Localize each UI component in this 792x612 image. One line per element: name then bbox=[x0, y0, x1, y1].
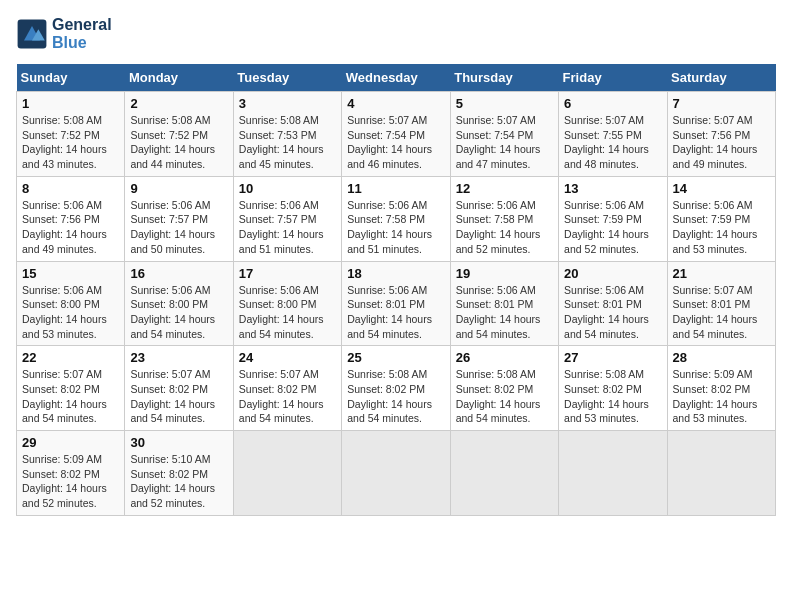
logo-icon bbox=[16, 18, 48, 50]
calendar-week-3: 15Sunrise: 5:06 AMSunset: 8:00 PMDayligh… bbox=[17, 261, 776, 346]
calendar-cell bbox=[342, 431, 450, 516]
day-detail: Sunrise: 5:07 AMSunset: 7:54 PMDaylight:… bbox=[347, 113, 444, 172]
day-number: 26 bbox=[456, 350, 553, 365]
calendar-cell: 29Sunrise: 5:09 AMSunset: 8:02 PMDayligh… bbox=[17, 431, 125, 516]
calendar-cell: 19Sunrise: 5:06 AMSunset: 8:01 PMDayligh… bbox=[450, 261, 558, 346]
page-header: General Blue bbox=[16, 16, 776, 52]
weekday-header-sunday: Sunday bbox=[17, 64, 125, 92]
calendar-cell: 11Sunrise: 5:06 AMSunset: 7:58 PMDayligh… bbox=[342, 176, 450, 261]
day-detail: Sunrise: 5:08 AMSunset: 8:02 PMDaylight:… bbox=[456, 367, 553, 426]
day-number: 30 bbox=[130, 435, 227, 450]
day-detail: Sunrise: 5:06 AMSunset: 8:01 PMDaylight:… bbox=[456, 283, 553, 342]
day-number: 24 bbox=[239, 350, 336, 365]
day-number: 23 bbox=[130, 350, 227, 365]
calendar-cell: 1Sunrise: 5:08 AMSunset: 7:52 PMDaylight… bbox=[17, 92, 125, 177]
day-detail: Sunrise: 5:06 AMSunset: 7:58 PMDaylight:… bbox=[347, 198, 444, 257]
calendar-cell: 24Sunrise: 5:07 AMSunset: 8:02 PMDayligh… bbox=[233, 346, 341, 431]
day-detail: Sunrise: 5:06 AMSunset: 8:01 PMDaylight:… bbox=[564, 283, 661, 342]
day-detail: Sunrise: 5:06 AMSunset: 8:01 PMDaylight:… bbox=[347, 283, 444, 342]
day-number: 5 bbox=[456, 96, 553, 111]
day-number: 7 bbox=[673, 96, 770, 111]
weekday-header-monday: Monday bbox=[125, 64, 233, 92]
day-detail: Sunrise: 5:08 AMSunset: 7:52 PMDaylight:… bbox=[130, 113, 227, 172]
day-number: 8 bbox=[22, 181, 119, 196]
calendar-cell: 27Sunrise: 5:08 AMSunset: 8:02 PMDayligh… bbox=[559, 346, 667, 431]
calendar-body: 1Sunrise: 5:08 AMSunset: 7:52 PMDaylight… bbox=[17, 92, 776, 516]
day-number: 12 bbox=[456, 181, 553, 196]
day-number: 18 bbox=[347, 266, 444, 281]
calendar-cell: 4Sunrise: 5:07 AMSunset: 7:54 PMDaylight… bbox=[342, 92, 450, 177]
calendar-cell bbox=[559, 431, 667, 516]
logo-name: General Blue bbox=[52, 16, 112, 52]
day-number: 17 bbox=[239, 266, 336, 281]
calendar-cell: 14Sunrise: 5:06 AMSunset: 7:59 PMDayligh… bbox=[667, 176, 775, 261]
day-number: 28 bbox=[673, 350, 770, 365]
day-detail: Sunrise: 5:08 AMSunset: 8:02 PMDaylight:… bbox=[564, 367, 661, 426]
calendar-cell: 17Sunrise: 5:06 AMSunset: 8:00 PMDayligh… bbox=[233, 261, 341, 346]
calendar-cell: 5Sunrise: 5:07 AMSunset: 7:54 PMDaylight… bbox=[450, 92, 558, 177]
calendar-cell: 10Sunrise: 5:06 AMSunset: 7:57 PMDayligh… bbox=[233, 176, 341, 261]
calendar-cell: 9Sunrise: 5:06 AMSunset: 7:57 PMDaylight… bbox=[125, 176, 233, 261]
calendar-cell: 3Sunrise: 5:08 AMSunset: 7:53 PMDaylight… bbox=[233, 92, 341, 177]
day-detail: Sunrise: 5:09 AMSunset: 8:02 PMDaylight:… bbox=[22, 452, 119, 511]
day-number: 25 bbox=[347, 350, 444, 365]
day-detail: Sunrise: 5:09 AMSunset: 8:02 PMDaylight:… bbox=[673, 367, 770, 426]
weekday-header-wednesday: Wednesday bbox=[342, 64, 450, 92]
day-detail: Sunrise: 5:06 AMSunset: 7:59 PMDaylight:… bbox=[564, 198, 661, 257]
day-number: 16 bbox=[130, 266, 227, 281]
weekday-header-friday: Friday bbox=[559, 64, 667, 92]
day-detail: Sunrise: 5:07 AMSunset: 8:02 PMDaylight:… bbox=[22, 367, 119, 426]
day-detail: Sunrise: 5:06 AMSunset: 8:00 PMDaylight:… bbox=[22, 283, 119, 342]
day-number: 10 bbox=[239, 181, 336, 196]
calendar-cell: 21Sunrise: 5:07 AMSunset: 8:01 PMDayligh… bbox=[667, 261, 775, 346]
day-number: 22 bbox=[22, 350, 119, 365]
day-number: 20 bbox=[564, 266, 661, 281]
day-number: 11 bbox=[347, 181, 444, 196]
day-detail: Sunrise: 5:07 AMSunset: 8:02 PMDaylight:… bbox=[239, 367, 336, 426]
calendar-cell: 12Sunrise: 5:06 AMSunset: 7:58 PMDayligh… bbox=[450, 176, 558, 261]
day-number: 1 bbox=[22, 96, 119, 111]
calendar-header: SundayMondayTuesdayWednesdayThursdayFrid… bbox=[17, 64, 776, 92]
calendar-cell bbox=[667, 431, 775, 516]
day-detail: Sunrise: 5:08 AMSunset: 7:53 PMDaylight:… bbox=[239, 113, 336, 172]
day-number: 3 bbox=[239, 96, 336, 111]
weekday-header-saturday: Saturday bbox=[667, 64, 775, 92]
calendar-cell: 13Sunrise: 5:06 AMSunset: 7:59 PMDayligh… bbox=[559, 176, 667, 261]
calendar-cell: 26Sunrise: 5:08 AMSunset: 8:02 PMDayligh… bbox=[450, 346, 558, 431]
calendar-cell: 7Sunrise: 5:07 AMSunset: 7:56 PMDaylight… bbox=[667, 92, 775, 177]
day-detail: Sunrise: 5:07 AMSunset: 7:54 PMDaylight:… bbox=[456, 113, 553, 172]
day-detail: Sunrise: 5:06 AMSunset: 8:00 PMDaylight:… bbox=[130, 283, 227, 342]
day-number: 27 bbox=[564, 350, 661, 365]
calendar-week-5: 29Sunrise: 5:09 AMSunset: 8:02 PMDayligh… bbox=[17, 431, 776, 516]
day-number: 2 bbox=[130, 96, 227, 111]
day-number: 4 bbox=[347, 96, 444, 111]
day-detail: Sunrise: 5:08 AMSunset: 8:02 PMDaylight:… bbox=[347, 367, 444, 426]
day-detail: Sunrise: 5:06 AMSunset: 8:00 PMDaylight:… bbox=[239, 283, 336, 342]
calendar-cell: 15Sunrise: 5:06 AMSunset: 8:00 PMDayligh… bbox=[17, 261, 125, 346]
day-detail: Sunrise: 5:06 AMSunset: 7:57 PMDaylight:… bbox=[130, 198, 227, 257]
weekday-header-row: SundayMondayTuesdayWednesdayThursdayFrid… bbox=[17, 64, 776, 92]
calendar-cell: 20Sunrise: 5:06 AMSunset: 8:01 PMDayligh… bbox=[559, 261, 667, 346]
day-detail: Sunrise: 5:06 AMSunset: 7:56 PMDaylight:… bbox=[22, 198, 119, 257]
day-detail: Sunrise: 5:06 AMSunset: 7:58 PMDaylight:… bbox=[456, 198, 553, 257]
calendar-cell: 8Sunrise: 5:06 AMSunset: 7:56 PMDaylight… bbox=[17, 176, 125, 261]
day-number: 29 bbox=[22, 435, 119, 450]
calendar-table: SundayMondayTuesdayWednesdayThursdayFrid… bbox=[16, 64, 776, 516]
calendar-week-2: 8Sunrise: 5:06 AMSunset: 7:56 PMDaylight… bbox=[17, 176, 776, 261]
day-detail: Sunrise: 5:06 AMSunset: 7:57 PMDaylight:… bbox=[239, 198, 336, 257]
calendar-cell: 30Sunrise: 5:10 AMSunset: 8:02 PMDayligh… bbox=[125, 431, 233, 516]
calendar-cell: 2Sunrise: 5:08 AMSunset: 7:52 PMDaylight… bbox=[125, 92, 233, 177]
day-detail: Sunrise: 5:07 AMSunset: 8:02 PMDaylight:… bbox=[130, 367, 227, 426]
logo: General Blue bbox=[16, 16, 112, 52]
day-number: 15 bbox=[22, 266, 119, 281]
weekday-header-thursday: Thursday bbox=[450, 64, 558, 92]
day-detail: Sunrise: 5:07 AMSunset: 8:01 PMDaylight:… bbox=[673, 283, 770, 342]
day-detail: Sunrise: 5:06 AMSunset: 7:59 PMDaylight:… bbox=[673, 198, 770, 257]
calendar-week-4: 22Sunrise: 5:07 AMSunset: 8:02 PMDayligh… bbox=[17, 346, 776, 431]
calendar-cell: 22Sunrise: 5:07 AMSunset: 8:02 PMDayligh… bbox=[17, 346, 125, 431]
calendar-cell: 16Sunrise: 5:06 AMSunset: 8:00 PMDayligh… bbox=[125, 261, 233, 346]
calendar-week-1: 1Sunrise: 5:08 AMSunset: 7:52 PMDaylight… bbox=[17, 92, 776, 177]
calendar-cell bbox=[450, 431, 558, 516]
calendar-cell: 28Sunrise: 5:09 AMSunset: 8:02 PMDayligh… bbox=[667, 346, 775, 431]
day-detail: Sunrise: 5:07 AMSunset: 7:56 PMDaylight:… bbox=[673, 113, 770, 172]
